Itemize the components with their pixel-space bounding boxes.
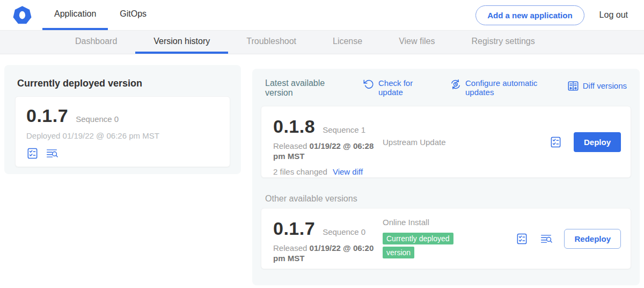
sub-nav: Dashboard Version history Troubleshoot L… <box>0 31 644 54</box>
config-checklist-icon[interactable] <box>550 136 562 148</box>
subnav-item-dashboard[interactable]: Dashboard <box>57 31 135 54</box>
latest-version-card: 0.1.8 Sequence 1 Released 01/19/22 @ 06:… <box>261 106 631 178</box>
diff-versions-link[interactable]: Diff versions <box>567 80 627 92</box>
files-changed-label: 2 files changed <box>273 167 327 176</box>
subnav-troubleshoot-label: Troubleshoot <box>246 37 296 46</box>
view-diff-link[interactable]: View diff <box>333 167 363 176</box>
currently-deployed-panel: Currently deployed version 0.1.7 Sequenc… <box>4 65 241 174</box>
subnav-version-history-label: Version history <box>153 37 210 46</box>
diff-versions-label: Diff versions <box>583 81 627 90</box>
subnav-item-troubleshoot[interactable]: Troubleshoot <box>228 31 314 54</box>
deployed-version-number: 0.1.7 <box>26 105 68 126</box>
tab-application-label: Application <box>54 9 96 19</box>
deployed-sequence: Sequence 0 <box>76 114 119 124</box>
redeploy-button[interactable]: Redeploy <box>564 229 621 249</box>
subnav-item-view-files[interactable]: View files <box>380 31 453 54</box>
subnav-dashboard-label: Dashboard <box>75 37 117 46</box>
deployed-version-card: 0.1.7 Sequence 0 Deployed 01/19/22 @ 06:… <box>15 96 230 167</box>
check-for-update-link[interactable]: Check for update <box>363 78 423 97</box>
latest-version-number: 0.1.8 <box>273 116 315 137</box>
other-versions-title: Other available versions <box>265 194 631 204</box>
other-version-card: 0.1.7 Sequence 0 Released 01/19/22 @ 06:… <box>261 208 631 269</box>
diff-versions-icon <box>567 80 579 92</box>
available-panel-header: Latest available version Check for updat… <box>261 76 631 97</box>
tab-application[interactable]: Application <box>42 0 108 30</box>
other-sequence: Sequence 0 <box>323 227 365 236</box>
top-nav: Application GitOps Add a new application… <box>0 0 644 31</box>
subnav-item-license[interactable]: License <box>314 31 380 54</box>
logout-link[interactable]: Log out <box>599 10 628 20</box>
deployed-timestamp: Deployed 01/19/22 @ 06:26 pm MST <box>26 131 219 140</box>
install-type-label: Online Install <box>383 218 516 227</box>
add-application-button[interactable]: Add a new application <box>475 5 584 25</box>
other-released-timestamp: Released 01/19/22 @ 06:20 pm MST <box>273 243 378 264</box>
other-version-number: 0.1.7 <box>273 218 315 239</box>
view-logs-icon[interactable] <box>46 147 58 160</box>
main-content: Currently deployed version 0.1.7 Sequenc… <box>0 54 644 288</box>
check-for-update-label: Check for update <box>378 78 423 97</box>
available-panel-title: Latest available version <box>265 78 341 97</box>
config-checklist-icon[interactable] <box>516 233 528 245</box>
latest-released-timestamp: Released 01/19/22 @ 06:28 pm MST <box>273 141 378 162</box>
configure-automatic-updates-link[interactable]: Configure automatic updates <box>450 78 540 97</box>
available-versions-panel: Latest available version Check for updat… <box>252 69 640 285</box>
app-logo <box>13 0 32 30</box>
subnav-license-label: License <box>333 37 362 46</box>
subnav-item-registry-settings[interactable]: Registry settings <box>453 31 553 54</box>
subnav-view-files-label: View files <box>399 37 435 46</box>
refresh-icon <box>363 78 375 90</box>
currently-deployed-badge: Currently deployed version <box>383 233 453 259</box>
latest-sequence: Sequence 1 <box>323 125 365 134</box>
deploy-button[interactable]: Deploy <box>574 132 621 152</box>
subnav-item-version-history[interactable]: Version history <box>135 31 228 54</box>
tab-gitops[interactable]: GitOps <box>108 0 158 30</box>
tab-gitops-label: GitOps <box>120 9 147 19</box>
configure-automatic-updates-label: Configure automatic updates <box>465 78 540 97</box>
config-checklist-icon[interactable] <box>26 147 39 160</box>
view-logs-icon[interactable] <box>540 233 552 245</box>
auto-update-clock-icon <box>450 78 462 90</box>
deployed-panel-title: Currently deployed version <box>17 78 230 89</box>
latest-source-label: Upstream Update <box>383 138 550 147</box>
subnav-registry-settings-label: Registry settings <box>471 37 535 46</box>
top-nav-right: Add a new application Log out <box>475 0 644 30</box>
app-logo-heptagon-icon <box>13 6 32 25</box>
app-window: Application GitOps Add a new application… <box>0 0 644 288</box>
